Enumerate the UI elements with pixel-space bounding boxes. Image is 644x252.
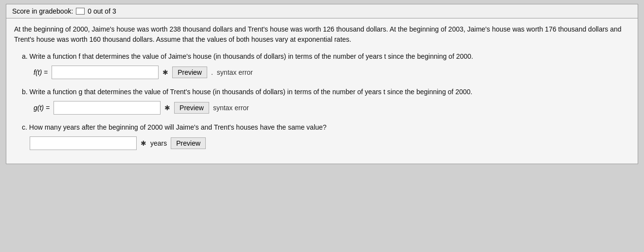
part-c-preview-button[interactable]: Preview xyxy=(171,137,206,149)
part-a-input[interactable] xyxy=(52,66,159,79)
part-c-asterisk: ✱ xyxy=(141,139,146,147)
part-a: a. Write a function f that determines th… xyxy=(14,51,630,79)
part-b-label: b. Write a function g that determines th… xyxy=(22,87,630,97)
part-c-label: c. How many years after the beginning of… xyxy=(22,122,630,133)
part-b-input-row: g(t) = ✱ Preview syntax error xyxy=(22,101,630,115)
years-label: years xyxy=(150,139,167,147)
part-b-input[interactable] xyxy=(54,101,161,115)
part-b-preview-button[interactable]: Preview xyxy=(174,102,209,114)
part-b-asterisk: ✱ xyxy=(164,104,170,112)
part-c-input-row: ✱ years Preview xyxy=(22,136,630,150)
part-c-input[interactable] xyxy=(30,136,137,150)
part-a-syntax-error: syntax error xyxy=(217,68,253,76)
part-a-asterisk: ✱ xyxy=(162,68,168,76)
part-b: b. Write a function g that determines th… xyxy=(14,87,630,115)
part-b-function-label: g(t) = xyxy=(34,104,50,112)
score-label: Score in gradebook: xyxy=(12,7,73,15)
score-checkbox xyxy=(76,8,85,15)
score-value: 0 out of 3 xyxy=(88,7,116,15)
part-a-dot: . xyxy=(211,68,213,76)
part-a-function-label: f(t) = xyxy=(34,68,48,76)
part-a-preview-button[interactable]: Preview xyxy=(172,67,207,78)
part-a-label: a. Write a function f that determines th… xyxy=(22,51,630,62)
part-c: c. How many years after the beginning of… xyxy=(14,122,630,150)
problem-text: At the beginning of 2000, Jaime's house … xyxy=(14,24,630,45)
score-bar: Score in gradebook: 0 out of 3 xyxy=(6,4,638,18)
part-a-input-row: f(t) = ✱ Preview . syntax error xyxy=(22,66,630,79)
main-content: At the beginning of 2000, Jaime's house … xyxy=(6,18,638,164)
page-container: Score in gradebook: 0 out of 3 At the be… xyxy=(6,4,638,164)
part-b-syntax-error: syntax error xyxy=(213,104,249,112)
